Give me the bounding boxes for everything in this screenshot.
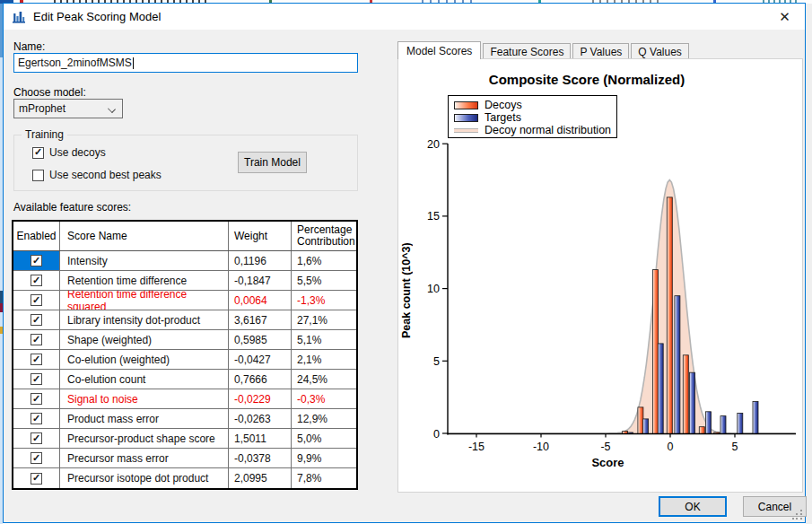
weight-cell: 0,5985 <box>229 330 292 349</box>
available-features-label: Available feature scores: <box>13 201 131 214</box>
model-scores-tab-page: Composite Score (Normalized) Peak count … <box>397 58 803 493</box>
table-row[interactable]: Precursor mass error-0,03789,9% <box>13 449 356 468</box>
contribution-cell: 5,1% <box>292 330 356 349</box>
contribution-cell: 24,5% <box>292 370 356 389</box>
weight-cell: -0,0229 <box>229 389 292 408</box>
enabled-cell[interactable] <box>13 310 60 329</box>
name-input[interactable]: Egertson_2minofMSMS <box>13 53 358 73</box>
legend-item-targets: Targets <box>454 111 616 124</box>
contribution-cell: 5,5% <box>292 271 356 290</box>
weight-cell: 0,1196 <box>229 251 292 270</box>
enabled-cell[interactable] <box>13 468 60 488</box>
train-model-button[interactable]: Train Model <box>238 152 307 173</box>
dialog-title: Edit Peak Scoring Model <box>33 10 161 23</box>
svg-text:0: 0 <box>668 441 674 453</box>
column-header-weight: Weight <box>229 222 292 250</box>
enabled-cell[interactable] <box>13 409 60 428</box>
score-name-cell: Signal to noise <box>60 389 229 408</box>
weight-cell: 2,0995 <box>229 468 292 488</box>
tab-q-values[interactable]: Q Values <box>631 43 688 59</box>
table-row[interactable]: Signal to noise-0,0229-0,3% <box>13 389 356 409</box>
checkbox-checked-icon[interactable] <box>31 275 42 286</box>
tab-p-values[interactable]: P Values <box>572 43 629 59</box>
results-tab-strip: Model Scores Feature Scores P Values Q V… <box>397 41 691 59</box>
resize-grip[interactable] <box>792 510 803 520</box>
enabled-cell[interactable] <box>13 389 60 408</box>
weight-cell: 0,7666 <box>229 370 292 389</box>
checkbox-checked-icon[interactable] <box>31 294 42 306</box>
checkbox-checked-icon[interactable] <box>31 255 42 266</box>
enabled-cell[interactable] <box>13 429 60 448</box>
chart-legend: Decoys Targets Decoy normal distribution <box>448 95 617 138</box>
weight-cell: -0,0427 <box>229 350 292 369</box>
text-caret <box>133 57 134 69</box>
checkbox-checked-icon[interactable] <box>31 373 42 385</box>
dialog-titlebar[interactable]: Edit Peak Scoring Model ✕ <box>4 4 805 30</box>
svg-text:10: 10 <box>427 283 440 295</box>
use-decoys-checkbox[interactable]: Use decoys <box>32 146 106 159</box>
enabled-cell[interactable] <box>13 251 60 270</box>
weight-cell: -0,0263 <box>229 409 292 428</box>
targets-swatch-icon <box>454 114 478 122</box>
legend-item-decoys: Decoys <box>454 99 616 111</box>
close-button[interactable]: ✕ <box>764 4 805 30</box>
column-header-enabled: Enabled <box>13 222 60 250</box>
ok-button[interactable]: OK <box>659 496 727 517</box>
table-row[interactable]: Shape (weighted)0,59855,1% <box>13 330 356 350</box>
svg-text:-15: -15 <box>468 441 485 453</box>
checkbox-checked-icon[interactable] <box>31 473 42 485</box>
checkbox-checked-icon[interactable] <box>31 334 42 345</box>
table-row[interactable]: Library intensity dot-product3,616727,1% <box>13 310 356 330</box>
contribution-cell: 5,0% <box>292 429 356 448</box>
checkbox-unchecked-icon <box>32 170 44 181</box>
checkbox-checked-icon[interactable] <box>31 452 42 464</box>
score-name-cell: Library intensity dot-product <box>60 310 229 329</box>
feature-table-header: Enabled Score Name Weight Percentage Con… <box>13 222 356 251</box>
feature-table-body: Intensity0,11961,6%Retention time differ… <box>13 251 356 488</box>
curve-swatch-icon <box>454 128 478 133</box>
checkbox-checked-icon[interactable] <box>31 413 42 424</box>
weight-cell: 3,6167 <box>229 310 292 329</box>
checkbox-checked-icon[interactable] <box>31 354 42 365</box>
table-row[interactable]: Co-elution (weighted)-0,04272,1% <box>13 350 356 370</box>
enabled-cell[interactable] <box>13 330 60 349</box>
checkbox-checked-icon <box>32 147 44 159</box>
enabled-cell[interactable] <box>13 291 60 310</box>
table-row[interactable]: Co-elution count0,766624,5% <box>13 370 356 389</box>
use-second-best-checkbox[interactable]: Use second best peaks <box>32 169 162 181</box>
weight-cell: 0,0064 <box>229 291 292 310</box>
model-select[interactable]: mProphet <box>13 99 123 118</box>
use-decoys-label: Use decoys <box>49 146 106 159</box>
peak-scoring-icon <box>12 10 26 24</box>
checkbox-checked-icon[interactable] <box>31 432 42 444</box>
name-label: Name: <box>13 40 45 53</box>
contribution-cell: -0,3% <box>292 389 356 408</box>
choose-model-label: Choose model: <box>13 86 86 99</box>
contribution-cell: 7,8% <box>292 468 356 488</box>
screenshot-root: Edit Peak Scoring Model ✕ Name: Egertson… <box>0 0 812 524</box>
table-row[interactable]: Precursor isotope dot product2,09957,8% <box>13 468 356 488</box>
enabled-cell[interactable] <box>13 271 60 290</box>
table-row[interactable]: Product mass error-0,026312,9% <box>13 409 356 429</box>
enabled-cell[interactable] <box>13 350 60 369</box>
contribution-cell: 12,9% <box>292 409 356 428</box>
checkbox-checked-icon[interactable] <box>31 393 42 405</box>
table-row[interactable]: Precursor-product shape score1,50115,0% <box>13 429 356 449</box>
checkbox-checked-icon[interactable] <box>31 314 42 326</box>
column-header-percentage-contribution: Percentage Contribution <box>292 222 356 250</box>
svg-text:0: 0 <box>433 428 440 441</box>
legend-item-decoy-normal: Decoy normal distribution <box>454 124 616 136</box>
enabled-cell[interactable] <box>13 449 60 467</box>
table-row[interactable]: Retention time difference-0,18475,5% <box>13 271 356 291</box>
svg-text:5: 5 <box>732 441 738 453</box>
column-header-score-name: Score Name <box>60 222 229 250</box>
svg-text:15: 15 <box>427 210 440 223</box>
table-row[interactable]: Retention time difference squared0,0064-… <box>13 291 356 310</box>
tab-model-scores[interactable]: Model Scores <box>397 41 481 59</box>
tab-feature-scores[interactable]: Feature Scores <box>483 43 571 59</box>
chevron-down-icon <box>108 105 116 113</box>
enabled-cell[interactable] <box>13 370 60 389</box>
weight-cell: 1,5011 <box>229 429 292 448</box>
table-row[interactable]: Intensity0,11961,6% <box>13 251 356 271</box>
score-name-cell: Precursor mass error <box>60 449 229 467</box>
